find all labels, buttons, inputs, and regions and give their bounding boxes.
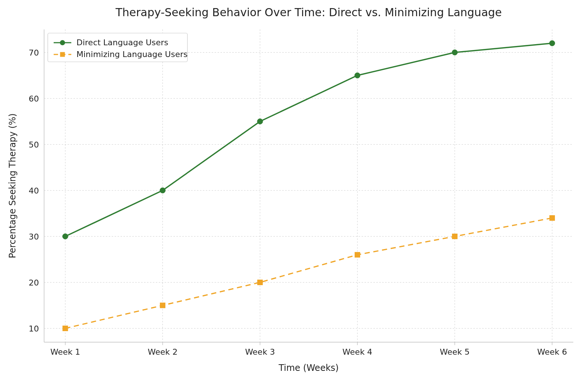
chart-title: Therapy-Seeking Behavior Over Time: Dire… (115, 6, 502, 19)
y-axis-label: Percentage Seeking Therapy (%) (7, 113, 18, 258)
y-tick-label: 30 (29, 232, 39, 241)
data-point (452, 50, 458, 55)
data-point (549, 40, 555, 46)
line-chart: Therapy-Seeking Behavior Over Time: Dire… (0, 0, 588, 383)
y-tick-label: 40 (29, 186, 39, 195)
data-point (63, 326, 68, 331)
data-point (257, 119, 263, 124)
legend-label: Minimizing Language Users (76, 50, 187, 59)
y-tick-label: 50 (29, 140, 39, 149)
data-point (355, 73, 360, 78)
data-point (62, 234, 68, 239)
legend-label: Direct Language Users (76, 38, 168, 47)
chart-container: Therapy-Seeking Behavior Over Time: Dire… (0, 0, 588, 383)
data-point (160, 303, 165, 308)
y-tick-label: 60 (29, 94, 39, 103)
x-tick-label: Week 6 (537, 347, 567, 357)
data-point (160, 188, 165, 193)
data-point (258, 280, 263, 285)
x-tick-label: Week 2 (148, 347, 178, 357)
y-tick-label: 70 (29, 48, 39, 57)
legend-marker-square (60, 52, 65, 57)
data-point (355, 252, 360, 258)
series-line-0 (65, 43, 552, 237)
y-tick-label: 20 (29, 278, 39, 287)
data-point (549, 216, 555, 221)
data-point (452, 234, 457, 239)
x-axis-label: Time (Weeks) (278, 363, 338, 373)
x-tick-label: Week 5 (440, 347, 470, 357)
y-tick-label: 10 (29, 324, 39, 333)
x-tick-label: Week 1 (50, 347, 80, 357)
x-tick-label: Week 3 (245, 347, 275, 357)
series-line-1 (65, 218, 552, 329)
legend-marker-circle (60, 40, 65, 45)
x-tick-label: Week 4 (343, 347, 372, 357)
